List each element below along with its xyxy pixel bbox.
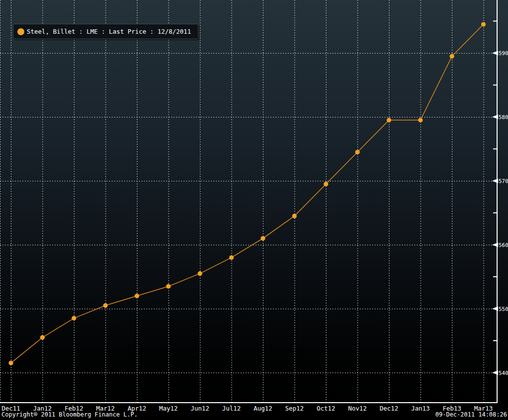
data-point[interactable] xyxy=(197,271,202,276)
timestamp-text: 09-Dec-2011 14:08:26 xyxy=(436,411,508,418)
data-point[interactable] xyxy=(8,360,13,365)
x-tick-label: Dec12 xyxy=(380,405,398,412)
y-tick-label: 550 xyxy=(499,306,508,312)
data-point[interactable] xyxy=(292,214,297,218)
y-tick-label: 590 xyxy=(499,50,508,57)
x-tick-label: Sep12 xyxy=(285,405,304,412)
data-point[interactable] xyxy=(386,118,391,122)
data-point[interactable] xyxy=(71,316,76,320)
bloomberg-chart-screen: { "legend": { "label": "Steel, Billet : … xyxy=(0,0,508,420)
data-point[interactable] xyxy=(229,255,234,260)
y-tick-major-icon xyxy=(492,179,498,183)
x-tick-label: Aug12 xyxy=(254,405,272,412)
y-tick-label: 540 xyxy=(499,370,508,376)
price-line xyxy=(11,24,484,363)
data-point[interactable] xyxy=(481,22,486,26)
data-point[interactable] xyxy=(418,118,423,122)
y-tick-label: 580 xyxy=(499,114,508,120)
y-tick-major-icon xyxy=(492,370,498,375)
x-tick-label: May12 xyxy=(159,405,178,412)
data-point[interactable] xyxy=(449,54,454,59)
y-tick-major-icon xyxy=(492,242,498,247)
data-point[interactable] xyxy=(260,236,265,240)
y-tick-major-icon xyxy=(492,115,498,119)
x-tick-label: Jun12 xyxy=(190,405,209,412)
x-tick-label: Jul12 xyxy=(222,405,241,412)
x-tick-label: Jan13 xyxy=(411,405,430,412)
price-chart-plot-area[interactable]: 540550560570580590Dec11Jan12Feb12Mar12Ap… xyxy=(0,0,508,420)
y-tick-label: 570 xyxy=(499,178,508,184)
copyright-text: Copyright® 2011 Bloomberg Finance L.P. xyxy=(1,411,138,418)
data-point[interactable] xyxy=(134,294,139,298)
data-point[interactable] xyxy=(103,303,108,307)
chart-legend[interactable]: Steel, Billet : LME : Last Price : 12/8/… xyxy=(13,24,198,39)
x-tick-label: Oct12 xyxy=(317,405,335,412)
series-marker-icon xyxy=(17,28,24,35)
y-tick-label: 560 xyxy=(499,242,508,248)
y-tick-major-icon xyxy=(492,51,498,55)
data-point[interactable] xyxy=(166,284,171,289)
data-point[interactable] xyxy=(40,335,45,340)
series-label: Steel, Billet : LME : Last Price : 12/8/… xyxy=(27,28,191,35)
x-tick-label: Nov12 xyxy=(348,405,367,412)
y-tick-major-icon xyxy=(492,306,498,311)
data-point[interactable] xyxy=(323,182,328,186)
data-point[interactable] xyxy=(355,150,360,154)
